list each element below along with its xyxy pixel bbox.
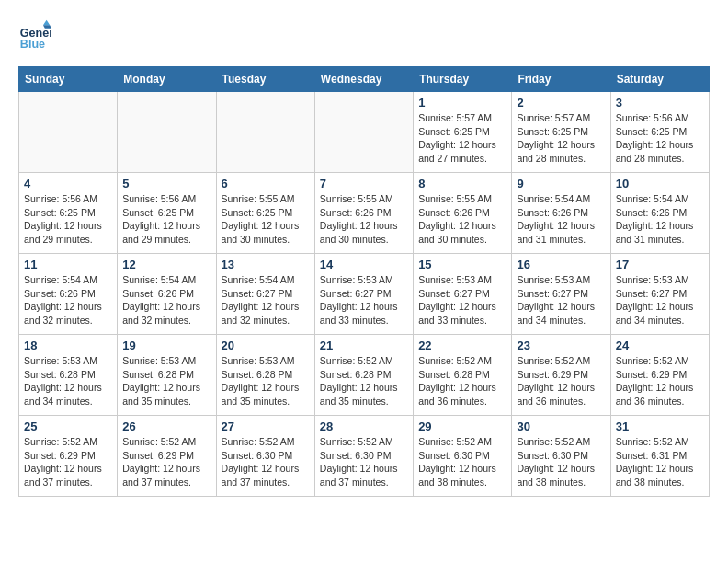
svg-text:Blue: Blue — [20, 38, 45, 51]
calendar-cell: 11Sunrise: 5:54 AM Sunset: 6:26 PM Dayli… — [19, 254, 118, 335]
day-number: 18 — [24, 339, 112, 352]
day-number: 13 — [222, 258, 310, 271]
day-info: Sunrise: 5:53 AM Sunset: 6:27 PM Dayligh… — [616, 273, 704, 327]
day-info: Sunrise: 5:53 AM Sunset: 6:27 PM Dayligh… — [418, 273, 506, 327]
calendar-cell — [216, 92, 314, 173]
calendar-cell: 9Sunrise: 5:54 AM Sunset: 6:26 PM Daylig… — [512, 173, 610, 254]
calendar-header-row: SundayMondayTuesdayWednesdayThursdayFrid… — [19, 67, 710, 92]
calendar-cell: 1Sunrise: 5:57 AM Sunset: 6:25 PM Daylig… — [414, 92, 512, 173]
day-info: Sunrise: 5:53 AM Sunset: 6:28 PM Dayligh… — [122, 354, 210, 408]
day-number: 8 — [418, 177, 506, 190]
day-info: Sunrise: 5:53 AM Sunset: 6:28 PM Dayligh… — [24, 354, 112, 408]
calendar-cell: 21Sunrise: 5:52 AM Sunset: 6:28 PM Dayli… — [314, 335, 413, 416]
day-number: 1 — [418, 96, 506, 109]
header-wednesday: Wednesday — [314, 67, 413, 92]
day-info: Sunrise: 5:52 AM Sunset: 6:29 PM Dayligh… — [517, 354, 605, 408]
calendar-cell: 15Sunrise: 5:53 AM Sunset: 6:27 PM Dayli… — [414, 254, 512, 335]
day-number: 23 — [517, 339, 605, 352]
calendar-cell: 7Sunrise: 5:55 AM Sunset: 6:26 PM Daylig… — [314, 173, 413, 254]
day-number: 22 — [418, 339, 506, 352]
day-info: Sunrise: 5:52 AM Sunset: 6:29 PM Dayligh… — [122, 435, 210, 489]
calendar-table: SundayMondayTuesdayWednesdayThursdayFrid… — [18, 66, 710, 497]
calendar-cell: 25Sunrise: 5:52 AM Sunset: 6:29 PM Dayli… — [19, 416, 118, 497]
day-info: Sunrise: 5:52 AM Sunset: 6:29 PM Dayligh… — [24, 435, 112, 489]
calendar-cell: 16Sunrise: 5:53 AM Sunset: 6:27 PM Dayli… — [512, 254, 610, 335]
day-number: 6 — [222, 177, 310, 190]
week-row-2: 4Sunrise: 5:56 AM Sunset: 6:25 PM Daylig… — [19, 173, 710, 254]
day-number: 28 — [320, 419, 408, 433]
week-row-1: 1Sunrise: 5:57 AM Sunset: 6:25 PM Daylig… — [19, 92, 710, 173]
day-number: 25 — [24, 419, 112, 433]
day-number: 21 — [320, 339, 408, 352]
day-info: Sunrise: 5:54 AM Sunset: 6:26 PM Dayligh… — [24, 273, 112, 327]
day-info: Sunrise: 5:52 AM Sunset: 6:30 PM Dayligh… — [222, 435, 310, 489]
calendar-cell — [19, 92, 118, 173]
day-number: 24 — [616, 339, 704, 352]
day-number: 27 — [222, 419, 310, 433]
day-info: Sunrise: 5:55 AM Sunset: 6:25 PM Dayligh… — [222, 192, 310, 247]
week-row-4: 18Sunrise: 5:53 AM Sunset: 6:28 PM Dayli… — [19, 335, 710, 416]
calendar-cell: 17Sunrise: 5:53 AM Sunset: 6:27 PM Dayli… — [610, 254, 709, 335]
day-info: Sunrise: 5:56 AM Sunset: 6:25 PM Dayligh… — [616, 111, 704, 166]
day-number: 14 — [320, 258, 408, 271]
calendar-cell: 26Sunrise: 5:52 AM Sunset: 6:29 PM Dayli… — [118, 416, 216, 497]
week-row-5: 25Sunrise: 5:52 AM Sunset: 6:29 PM Dayli… — [19, 416, 710, 497]
day-info: Sunrise: 5:57 AM Sunset: 6:25 PM Dayligh… — [517, 111, 605, 166]
day-info: Sunrise: 5:56 AM Sunset: 6:25 PM Dayligh… — [24, 192, 112, 247]
calendar-cell: 2Sunrise: 5:57 AM Sunset: 6:25 PM Daylig… — [512, 92, 610, 173]
day-info: Sunrise: 5:55 AM Sunset: 6:26 PM Dayligh… — [320, 192, 408, 247]
day-info: Sunrise: 5:52 AM Sunset: 6:30 PM Dayligh… — [320, 435, 408, 489]
header-friday: Friday — [512, 67, 610, 92]
calendar-cell: 3Sunrise: 5:56 AM Sunset: 6:25 PM Daylig… — [610, 92, 709, 173]
calendar-cell: 30Sunrise: 5:52 AM Sunset: 6:30 PM Dayli… — [512, 416, 610, 497]
header-sunday: Sunday — [19, 67, 118, 92]
day-number: 9 — [517, 177, 605, 190]
header: General Blue — [18, 18, 710, 52]
calendar-cell — [314, 92, 413, 173]
calendar-cell: 18Sunrise: 5:53 AM Sunset: 6:28 PM Dayli… — [19, 335, 118, 416]
calendar-cell: 6Sunrise: 5:55 AM Sunset: 6:25 PM Daylig… — [216, 173, 314, 254]
header-saturday: Saturday — [610, 67, 709, 92]
header-monday: Monday — [118, 67, 216, 92]
day-info: Sunrise: 5:52 AM Sunset: 6:30 PM Dayligh… — [418, 435, 506, 489]
calendar-cell: 29Sunrise: 5:52 AM Sunset: 6:30 PM Dayli… — [414, 416, 512, 497]
day-number: 2 — [517, 96, 605, 109]
day-number: 4 — [24, 177, 112, 190]
logo: General Blue — [18, 18, 55, 52]
day-number: 5 — [122, 177, 210, 190]
svg-marker-2 — [43, 20, 50, 25]
day-info: Sunrise: 5:52 AM Sunset: 6:31 PM Dayligh… — [616, 435, 704, 489]
day-number: 16 — [517, 258, 605, 271]
calendar-cell: 8Sunrise: 5:55 AM Sunset: 6:26 PM Daylig… — [414, 173, 512, 254]
calendar-cell: 13Sunrise: 5:54 AM Sunset: 6:27 PM Dayli… — [216, 254, 314, 335]
day-number: 10 — [616, 177, 704, 190]
day-info: Sunrise: 5:54 AM Sunset: 6:26 PM Dayligh… — [122, 273, 210, 327]
day-info: Sunrise: 5:53 AM Sunset: 6:27 PM Dayligh… — [320, 273, 408, 327]
day-info: Sunrise: 5:56 AM Sunset: 6:25 PM Dayligh… — [122, 192, 210, 247]
day-info: Sunrise: 5:53 AM Sunset: 6:28 PM Dayligh… — [222, 354, 310, 408]
calendar-cell: 22Sunrise: 5:52 AM Sunset: 6:28 PM Dayli… — [414, 335, 512, 416]
day-number: 15 — [418, 258, 506, 271]
calendar-cell: 24Sunrise: 5:52 AM Sunset: 6:29 PM Dayli… — [610, 335, 709, 416]
calendar-cell: 31Sunrise: 5:52 AM Sunset: 6:31 PM Dayli… — [610, 416, 709, 497]
header-thursday: Thursday — [414, 67, 512, 92]
calendar-cell: 12Sunrise: 5:54 AM Sunset: 6:26 PM Dayli… — [118, 254, 216, 335]
calendar-cell: 27Sunrise: 5:52 AM Sunset: 6:30 PM Dayli… — [216, 416, 314, 497]
day-info: Sunrise: 5:54 AM Sunset: 6:26 PM Dayligh… — [517, 192, 605, 247]
day-number: 26 — [122, 419, 210, 433]
day-number: 11 — [24, 258, 112, 271]
day-info: Sunrise: 5:54 AM Sunset: 6:27 PM Dayligh… — [222, 273, 310, 327]
day-number: 20 — [222, 339, 310, 352]
day-info: Sunrise: 5:53 AM Sunset: 6:27 PM Dayligh… — [517, 273, 605, 327]
header-tuesday: Tuesday — [216, 67, 314, 92]
day-number: 30 — [517, 419, 605, 433]
calendar-cell: 23Sunrise: 5:52 AM Sunset: 6:29 PM Dayli… — [512, 335, 610, 416]
week-row-3: 11Sunrise: 5:54 AM Sunset: 6:26 PM Dayli… — [19, 254, 710, 335]
calendar-cell: 10Sunrise: 5:54 AM Sunset: 6:26 PM Dayli… — [610, 173, 709, 254]
day-info: Sunrise: 5:54 AM Sunset: 6:26 PM Dayligh… — [616, 192, 704, 247]
day-number: 19 — [122, 339, 210, 352]
calendar-cell: 28Sunrise: 5:52 AM Sunset: 6:30 PM Dayli… — [314, 416, 413, 497]
calendar-cell: 19Sunrise: 5:53 AM Sunset: 6:28 PM Dayli… — [118, 335, 216, 416]
calendar-cell — [118, 92, 216, 173]
day-info: Sunrise: 5:52 AM Sunset: 6:29 PM Dayligh… — [616, 354, 704, 408]
